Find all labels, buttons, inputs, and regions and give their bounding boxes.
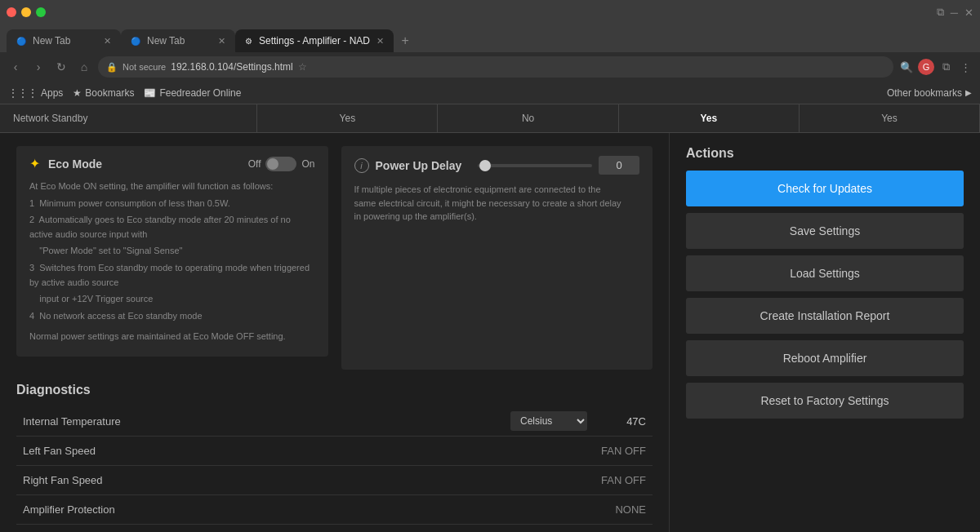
- power-delay-header: i Power Up Delay 0: [354, 156, 640, 175]
- eco-mode-toggle-group: Off On: [248, 157, 315, 171]
- page-content: Network Standby Yes No Yes Yes ✦ Eco Mod…: [0, 104, 980, 532]
- address-bar[interactable]: 🔒 Not secure 192.168.0.104/Settings.html…: [98, 56, 893, 78]
- tab-label-1: New Tab: [33, 35, 70, 47]
- restore-icon[interactable]: ⧉: [937, 6, 944, 19]
- eco-mode-section: ✦ Eco Mode Off On At Eco Mode ON setting…: [16, 146, 328, 357]
- eco-icon: ✦: [29, 156, 40, 171]
- other-bookmarks[interactable]: Other bookmarks ▶: [887, 87, 972, 99]
- maximize-window-button[interactable]: [36, 7, 46, 17]
- load-settings-button[interactable]: Load Settings: [686, 255, 964, 291]
- feedreader-icon: 📰: [144, 87, 156, 99]
- power-delay-title: Power Up Delay: [376, 159, 462, 172]
- address-text: 192.168.0.104/Settings.html: [171, 61, 292, 73]
- nav-right-icons: 🔍 G ⧉ ⋮: [898, 59, 973, 75]
- diagnostics-section: Diagnostics Internal Temperature Celsius…: [16, 383, 653, 532]
- title-bar-icons: ⧉ ─ ✕: [937, 6, 973, 19]
- bookmark-apps-label: Apps: [41, 87, 63, 99]
- actions-title: Actions: [686, 146, 964, 161]
- title-bar: ⧉ ─ ✕: [0, 0, 980, 24]
- tab-favicon-3: ⚙: [245, 37, 252, 46]
- eco-mode-description: At Eco Mode ON setting, the amplifier wi…: [29, 180, 315, 344]
- diag-value-left-fan: FAN OFF: [587, 437, 653, 465]
- eco-mode-title: Eco Mode: [48, 157, 102, 171]
- diagnostics-title: Diagnostics: [16, 383, 653, 397]
- diag-value-temperature: 47C: [587, 407, 653, 436]
- diag-row-right-fan: Right Fan Speed FAN OFF: [16, 466, 653, 495]
- tab-label-3: Settings - Amplifier - NAD: [259, 35, 370, 47]
- home-button[interactable]: ⌂: [75, 58, 93, 76]
- tab-close-1[interactable]: ✕: [104, 36, 111, 47]
- star-bookmark-icon: ★: [73, 87, 82, 99]
- bookmark-apps[interactable]: ⋮⋮⋮ Apps: [8, 87, 63, 99]
- power-delay-description: If multiple pieces of electronic equipme…: [354, 183, 624, 224]
- eco-mode-header: ✦ Eco Mode Off On: [29, 156, 315, 171]
- left-panel: ✦ Eco Mode Off On At Eco Mode ON setting…: [0, 133, 670, 532]
- reboot-button[interactable]: Reboot Amplifier: [686, 340, 964, 376]
- diag-label-right-fan: Right Fan Speed: [16, 466, 587, 494]
- bookmarks-bar: ⋮⋮⋮ Apps ★ Bookmarks 📰 Feedreader Online…: [0, 82, 980, 104]
- new-tab-button[interactable]: +: [394, 29, 416, 52]
- diag-label-dc-protection: DC Protection: [16, 525, 587, 532]
- tab-close-3[interactable]: ✕: [376, 36, 384, 47]
- browser-tab-1[interactable]: 🔵 New Tab ✕: [7, 29, 121, 52]
- tab-favicon-1: 🔵: [16, 37, 26, 46]
- feedreader-label: Feedreader Online: [159, 87, 241, 99]
- network-standby-cell-1: Yes: [257, 104, 438, 132]
- network-standby-label: Network Standby: [0, 104, 257, 132]
- security-label: Not secure: [122, 62, 166, 72]
- window-controls: [7, 7, 46, 17]
- network-standby-row: Network Standby Yes No Yes Yes: [0, 104, 980, 133]
- diag-control-temperature: Celsius Fahrenheit: [510, 411, 587, 431]
- power-delay-value: 0: [599, 156, 639, 175]
- power-delay-slider[interactable]: [478, 164, 592, 167]
- search-icon[interactable]: 🔍: [898, 59, 915, 75]
- forward-button[interactable]: ›: [29, 58, 47, 76]
- network-standby-cell-4: Yes: [800, 104, 980, 132]
- diag-value-right-fan: FAN OFF: [587, 466, 653, 494]
- slider-knob: [479, 160, 491, 171]
- diag-label-amp-protection: Amplifier Protection: [16, 495, 587, 524]
- tab-label-2: New Tab: [147, 35, 185, 47]
- power-up-delay-section: i Power Up Delay 0 If multiple pieces of…: [341, 146, 653, 370]
- minimize-icon[interactable]: ─: [951, 7, 958, 19]
- create-report-button[interactable]: Create Installation Report: [686, 298, 964, 334]
- other-bookmarks-label: Other bookmarks: [887, 87, 962, 99]
- eco-mode-toggle[interactable]: [265, 157, 296, 171]
- browser-tab-2[interactable]: 🔵 New Tab ✕: [121, 29, 235, 52]
- browser-chrome: ⧉ ─ ✕ 🔵 New Tab ✕ 🔵 New Tab ✕ ⚙ Settings…: [0, 0, 980, 104]
- diag-label-temperature: Internal Temperature: [16, 407, 510, 436]
- profile-icon[interactable]: G: [918, 59, 934, 75]
- main-layout: ✦ Eco Mode Off On At Eco Mode ON setting…: [0, 133, 980, 532]
- browser-tab-3[interactable]: ⚙ Settings - Amplifier - NAD ✕: [235, 29, 394, 52]
- bookmark-bookmarks[interactable]: ★ Bookmarks: [73, 87, 134, 99]
- network-standby-cell-3: Yes: [619, 104, 800, 132]
- minimize-window-button[interactable]: [21, 7, 31, 17]
- tab-close-2[interactable]: ✕: [218, 36, 225, 47]
- menu-icon[interactable]: ⋮: [957, 59, 973, 75]
- diag-row-temperature: Internal Temperature Celsius Fahrenheit …: [16, 407, 653, 437]
- check-updates-button[interactable]: Check for Updates: [686, 171, 964, 206]
- apps-icon: ⋮⋮⋮: [8, 87, 38, 99]
- star-icon[interactable]: ☆: [298, 61, 307, 73]
- close-icon[interactable]: ✕: [964, 7, 973, 19]
- toggle-knob: [267, 158, 278, 170]
- back-button[interactable]: ‹: [7, 58, 24, 76]
- right-panel: Actions Check for Updates Save Settings …: [670, 133, 980, 532]
- nav-bar: ‹ › ↻ ⌂ 🔒 Not secure 192.168.0.104/Setti…: [0, 52, 980, 82]
- temperature-unit-select[interactable]: Celsius Fahrenheit: [510, 411, 587, 431]
- tabs-bar: 🔵 New Tab ✕ 🔵 New Tab ✕ ⚙ Settings - Amp…: [0, 24, 980, 52]
- power-delay-info-icon: i: [354, 158, 369, 173]
- diag-row-left-fan: Left Fan Speed FAN OFF: [16, 437, 653, 466]
- eco-toggle-on-label: On: [301, 158, 314, 170]
- other-bookmarks-icon: ▶: [965, 88, 972, 97]
- bookmark-feedreader[interactable]: 📰 Feedreader Online: [144, 87, 241, 99]
- security-indicator: 🔒: [106, 62, 118, 73]
- extensions-icon[interactable]: ⧉: [938, 59, 954, 75]
- reload-button[interactable]: ↻: [52, 58, 70, 76]
- diag-value-amp-protection: NONE: [587, 495, 653, 524]
- close-window-button[interactable]: [7, 7, 16, 17]
- diag-value-dc-protection: NONE: [587, 525, 653, 532]
- save-settings-button[interactable]: Save Settings: [686, 213, 964, 249]
- factory-reset-button[interactable]: Reset to Factory Settings: [686, 383, 964, 419]
- eco-toggle-off-label: Off: [248, 158, 261, 170]
